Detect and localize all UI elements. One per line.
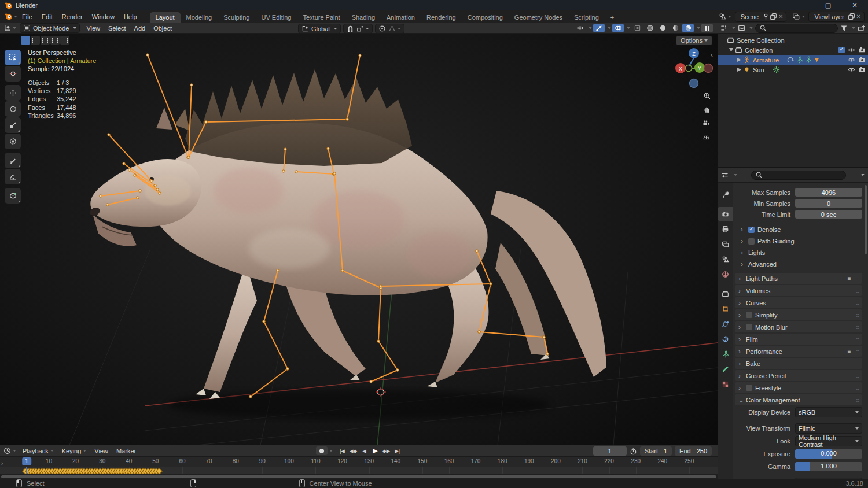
current-frame-field[interactable]: 1	[593, 446, 627, 456]
viewport-menu-object[interactable]: Object	[149, 25, 176, 32]
viewport-menu-view[interactable]: View	[82, 25, 104, 32]
field-value[interactable]: 0 sec	[795, 210, 862, 219]
scene-close-icon[interactable]: ✕	[777, 13, 784, 20]
jump-to-end-button[interactable]: ▶|	[392, 446, 402, 456]
select-mode-set[interactable]	[21, 36, 30, 45]
tool-cursor-3d[interactable]	[5, 66, 21, 82]
expand-arrow-icon[interactable]: ›	[741, 237, 745, 245]
panel-freestyle[interactable]: ›Freestyle:::	[735, 382, 862, 393]
workspace-tab-+[interactable]: +	[605, 12, 620, 23]
shading-rendered-button[interactable]	[682, 24, 694, 32]
playhead-line[interactable]	[26, 467, 27, 474]
panel-color-management[interactable]: ⌄Color Management:::	[735, 394, 862, 405]
shading-solid-button[interactable]	[657, 24, 668, 32]
properties-tab-constraints[interactable]	[718, 332, 733, 346]
properties-tab-object[interactable]	[718, 302, 733, 316]
overlays-button[interactable]	[612, 24, 624, 32]
xray-button[interactable]	[631, 24, 643, 32]
scene-icon[interactable]	[719, 13, 726, 20]
panel-bake[interactable]: ›Bake:::	[735, 358, 862, 369]
expand-arrow-icon[interactable]: ›	[738, 299, 743, 307]
select-mode-extend[interactable]	[31, 36, 40, 45]
expand-arrow-icon[interactable]: ⌄	[738, 396, 743, 404]
camera-icon[interactable]	[858, 56, 866, 64]
subpanel-denoise[interactable]: ›Denoise	[735, 224, 862, 235]
cm-slider[interactable]: 1.000	[795, 462, 862, 471]
select-mode-subtract[interactable]	[41, 36, 50, 45]
path guiding-checkbox[interactable]	[748, 238, 755, 245]
properties-tab-output[interactable]	[718, 222, 733, 236]
pause-button[interactable]	[701, 24, 713, 32]
eye-icon[interactable]	[848, 66, 855, 73]
cm-dropdown[interactable]: Medium High Contrast	[795, 436, 862, 446]
zoom-in-icon[interactable]	[700, 89, 713, 102]
properties-tab-collection[interactable]	[718, 287, 733, 301]
denoise-checkbox[interactable]	[748, 227, 755, 233]
minimize-button[interactable]: –	[788, 0, 815, 10]
viewlayer-icon[interactable]	[792, 13, 800, 20]
workspace-tab-modeling[interactable]: Modeling	[181, 12, 218, 23]
hand-icon[interactable]	[700, 103, 713, 116]
preset-icon[interactable]: ≡	[848, 275, 851, 282]
outliner-row-armature[interactable]: Armature	[718, 55, 868, 65]
record-button[interactable]	[316, 446, 328, 455]
select-mode-invert[interactable]	[50, 36, 60, 45]
expand-arrow-icon[interactable]: ›	[738, 372, 743, 380]
snap-toggle[interactable]	[343, 24, 373, 34]
next-keyframe-button[interactable]: ◆▶	[381, 446, 391, 456]
orientation-dropdown[interactable]: Global	[298, 24, 341, 34]
tool-rotate[interactable]	[5, 101, 21, 117]
gizmos-button[interactable]	[593, 24, 605, 32]
visibility-button[interactable]	[574, 24, 586, 32]
panel-light-paths[interactable]: ›Light Paths≡:::	[735, 273, 862, 284]
tool-add-cube[interactable]	[5, 188, 21, 204]
expander-icon[interactable]	[737, 58, 741, 62]
expand-arrow-icon[interactable]: ›	[738, 275, 743, 283]
expand-arrow-icon[interactable]: ›	[738, 323, 743, 331]
tool-move[interactable]	[5, 85, 21, 101]
play-button[interactable]: ▶	[370, 446, 380, 456]
duplicate-icon[interactable]	[848, 13, 855, 20]
panel-performance[interactable]: ›Performance≡:::	[735, 346, 862, 357]
camera-view-icon[interactable]	[700, 117, 712, 130]
scene-selector[interactable]: Scene ✕	[735, 12, 787, 22]
workspace-tab-uv-editing[interactable]: UV Editing	[255, 12, 297, 23]
start-frame-field[interactable]: Start 1	[640, 446, 672, 456]
properties-tab-world[interactable]	[718, 267, 733, 281]
timeline-ruler[interactable]: 1020304050607080901001101201301401501601…	[0, 457, 718, 467]
properties-tab-texture[interactable]	[718, 377, 733, 391]
eye-icon[interactable]	[848, 46, 855, 54]
tool-scale[interactable]	[5, 117, 21, 133]
duplicate-icon[interactable]	[770, 13, 777, 20]
menu-edit[interactable]: Edit	[37, 13, 57, 20]
cm-dropdown[interactable]: sRGB	[795, 407, 862, 417]
cm-slider[interactable]: 0.000	[795, 449, 862, 459]
expand-arrow-icon[interactable]: ›	[738, 347, 743, 356]
stopwatch-icon[interactable]	[630, 448, 637, 455]
workspace-tab-layout[interactable]: Layout	[150, 12, 181, 23]
camera-icon[interactable]	[858, 46, 866, 54]
properties-tab-bone[interactable]	[718, 362, 733, 376]
menu-help[interactable]: Help	[119, 13, 142, 20]
workspace-tab-geometry-nodes[interactable]: Geometry Nodes	[509, 12, 568, 23]
expander-icon[interactable]	[737, 68, 741, 72]
field-value[interactable]: 4096	[795, 188, 862, 197]
panel-grease-pencil[interactable]: ›Grease Pencil:::	[735, 370, 862, 381]
workspace-tab-shading[interactable]: Shading	[346, 12, 381, 23]
subpanel-path-guiding[interactable]: ›Path Guiding	[735, 235, 862, 247]
exclude-checkbox[interactable]	[838, 47, 845, 53]
properties-tab-physics[interactable]	[718, 317, 733, 331]
outliner-row-scene-collection[interactable]: Scene Collection	[718, 35, 868, 45]
properties-search-input[interactable]	[751, 171, 846, 180]
panel-volumes[interactable]: ›Volumes:::	[735, 285, 862, 296]
blender-menu-icon[interactable]	[5, 13, 12, 20]
menu-render[interactable]: Render	[57, 13, 87, 20]
properties-tab-view-layer[interactable]	[718, 237, 733, 251]
properties-tab-scene[interactable]	[718, 252, 733, 266]
current-frame-badge[interactable]: 1	[22, 457, 31, 465]
outliner-display-mode-icon[interactable]	[720, 24, 728, 32]
tool-annotate[interactable]	[5, 153, 21, 168]
panel-motion-blur[interactable]: ›Motion Blur:::	[735, 321, 862, 332]
workspace-tab-sculpting[interactable]: Sculpting	[218, 12, 255, 23]
subpanel-lights[interactable]: ›Lights	[735, 247, 862, 258]
